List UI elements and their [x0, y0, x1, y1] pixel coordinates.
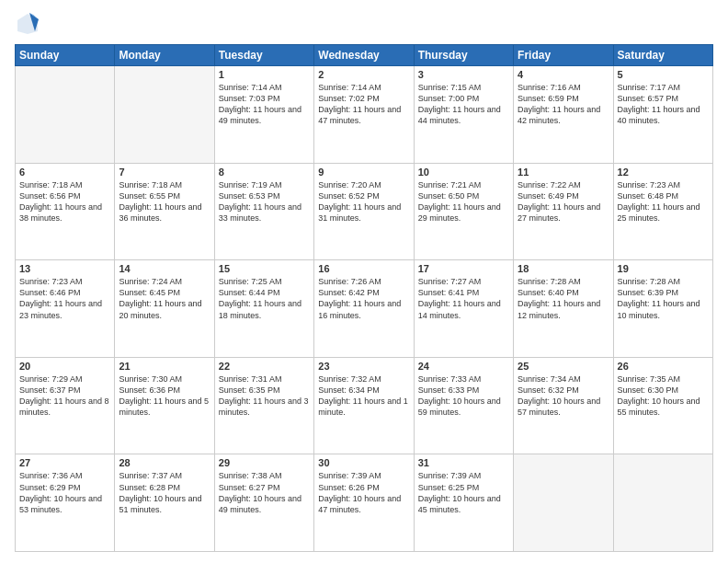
- calendar-table: SundayMondayTuesdayWednesdayThursdayFrid…: [15, 44, 713, 552]
- calendar-day-number: 17: [418, 263, 509, 274]
- calendar-cell-info: Sunrise: 7:14 AMSunset: 7:02 PMDaylight:…: [318, 82, 409, 127]
- calendar-cell: [613, 454, 712, 552]
- calendar-cell: 16Sunrise: 7:26 AMSunset: 6:42 PMDayligh…: [314, 260, 414, 358]
- calendar-cell: 24Sunrise: 7:33 AMSunset: 6:33 PMDayligh…: [414, 357, 513, 454]
- calendar-weekday-header: Saturday: [613, 45, 712, 66]
- calendar-cell: 3Sunrise: 7:15 AMSunset: 7:00 PMDaylight…: [414, 66, 513, 164]
- calendar-cell-info: Sunrise: 7:26 AMSunset: 6:42 PMDaylight:…: [318, 276, 409, 321]
- calendar-day-number: 5: [618, 69, 709, 80]
- calendar-day-number: 9: [318, 167, 409, 178]
- calendar-cell: 11Sunrise: 7:22 AMSunset: 6:49 PMDayligh…: [514, 163, 613, 260]
- calendar-cell: 30Sunrise: 7:39 AMSunset: 6:26 PMDayligh…: [314, 454, 414, 552]
- calendar-cell-info: Sunrise: 7:19 AMSunset: 6:53 PMDaylight:…: [219, 179, 310, 224]
- calendar-day-number: 1: [219, 69, 310, 80]
- calendar-cell: 10Sunrise: 7:21 AMSunset: 6:50 PMDayligh…: [414, 163, 513, 260]
- calendar-cell: 28Sunrise: 7:37 AMSunset: 6:28 PMDayligh…: [115, 454, 214, 552]
- calendar-week-row: 20Sunrise: 7:29 AMSunset: 6:37 PMDayligh…: [16, 357, 713, 454]
- calendar-cell: 26Sunrise: 7:35 AMSunset: 6:30 PMDayligh…: [613, 357, 712, 454]
- calendar-week-row: 6Sunrise: 7:18 AMSunset: 6:56 PMDaylight…: [16, 163, 713, 260]
- calendar-day-number: 15: [219, 263, 310, 274]
- calendar-cell-info: Sunrise: 7:22 AMSunset: 6:49 PMDaylight:…: [518, 179, 609, 224]
- calendar-cell-info: Sunrise: 7:20 AMSunset: 6:52 PMDaylight:…: [318, 179, 409, 224]
- calendar-header-row: SundayMondayTuesdayWednesdayThursdayFrid…: [16, 45, 713, 66]
- calendar-cell-info: Sunrise: 7:14 AMSunset: 7:03 PMDaylight:…: [219, 82, 310, 127]
- calendar-cell-info: Sunrise: 7:18 AMSunset: 6:55 PMDaylight:…: [119, 179, 210, 224]
- calendar-day-number: 12: [618, 167, 709, 178]
- calendar-day-number: 11: [518, 167, 609, 178]
- calendar-cell-info: Sunrise: 7:23 AMSunset: 6:48 PMDaylight:…: [618, 179, 709, 224]
- calendar-day-number: 18: [518, 263, 609, 274]
- calendar-cell: 31Sunrise: 7:39 AMSunset: 6:25 PMDayligh…: [414, 454, 513, 552]
- calendar-day-number: 21: [119, 361, 210, 372]
- page: SundayMondayTuesdayWednesdayThursdayFrid…: [0, 0, 728, 563]
- calendar-week-row: 13Sunrise: 7:23 AMSunset: 6:46 PMDayligh…: [16, 260, 713, 358]
- calendar-cell: 13Sunrise: 7:23 AMSunset: 6:46 PMDayligh…: [16, 260, 115, 358]
- calendar-cell-info: Sunrise: 7:32 AMSunset: 6:34 PMDaylight:…: [318, 373, 409, 419]
- calendar-cell-info: Sunrise: 7:37 AMSunset: 6:28 PMDaylight:…: [119, 470, 210, 515]
- calendar-cell-info: Sunrise: 7:30 AMSunset: 6:36 PMDaylight:…: [119, 373, 210, 419]
- calendar-cell: [115, 66, 214, 164]
- calendar-cell: 9Sunrise: 7:20 AMSunset: 6:52 PMDaylight…: [314, 163, 414, 260]
- calendar-day-number: 23: [318, 361, 409, 372]
- calendar-cell-info: Sunrise: 7:38 AMSunset: 6:27 PMDaylight:…: [219, 470, 310, 515]
- calendar-cell-info: Sunrise: 7:17 AMSunset: 6:57 PMDaylight:…: [618, 82, 709, 127]
- calendar-weekday-header: Thursday: [414, 45, 513, 66]
- calendar-day-number: 30: [318, 457, 409, 468]
- calendar-day-number: 2: [318, 69, 409, 80]
- calendar-day-number: 29: [219, 457, 310, 468]
- calendar-cell: 5Sunrise: 7:17 AMSunset: 6:57 PMDaylight…: [613, 66, 712, 164]
- calendar-cell-info: Sunrise: 7:33 AMSunset: 6:33 PMDaylight:…: [418, 373, 509, 419]
- calendar-cell-info: Sunrise: 7:39 AMSunset: 6:26 PMDaylight:…: [318, 470, 409, 515]
- calendar-day-number: 27: [19, 457, 110, 468]
- calendar-cell: 27Sunrise: 7:36 AMSunset: 6:29 PMDayligh…: [16, 454, 115, 552]
- calendar-cell-info: Sunrise: 7:31 AMSunset: 6:35 PMDaylight:…: [219, 373, 310, 419]
- calendar-day-number: 20: [19, 361, 110, 372]
- calendar-cell: 8Sunrise: 7:19 AMSunset: 6:53 PMDaylight…: [214, 163, 313, 260]
- calendar-cell-info: Sunrise: 7:18 AMSunset: 6:56 PMDaylight:…: [19, 179, 110, 224]
- calendar-day-number: 3: [418, 69, 509, 80]
- calendar-cell-info: Sunrise: 7:28 AMSunset: 6:40 PMDaylight:…: [518, 276, 609, 321]
- calendar-cell-info: Sunrise: 7:28 AMSunset: 6:39 PMDaylight:…: [618, 276, 709, 321]
- calendar-weekday-header: Monday: [115, 45, 214, 66]
- calendar-cell: 17Sunrise: 7:27 AMSunset: 6:41 PMDayligh…: [414, 260, 513, 358]
- calendar-cell-info: Sunrise: 7:27 AMSunset: 6:41 PMDaylight:…: [418, 276, 509, 321]
- calendar-cell-info: Sunrise: 7:21 AMSunset: 6:50 PMDaylight:…: [418, 179, 509, 224]
- calendar-cell: 4Sunrise: 7:16 AMSunset: 6:59 PMDaylight…: [514, 66, 613, 164]
- calendar-day-number: 13: [19, 263, 110, 274]
- calendar-cell-info: Sunrise: 7:25 AMSunset: 6:44 PMDaylight:…: [219, 276, 310, 321]
- calendar-cell-info: Sunrise: 7:39 AMSunset: 6:25 PMDaylight:…: [418, 470, 509, 515]
- calendar-cell: 2Sunrise: 7:14 AMSunset: 7:02 PMDaylight…: [314, 66, 414, 164]
- calendar-cell: 12Sunrise: 7:23 AMSunset: 6:48 PMDayligh…: [613, 163, 712, 260]
- calendar-cell: 21Sunrise: 7:30 AMSunset: 6:36 PMDayligh…: [115, 357, 214, 454]
- calendar-week-row: 1Sunrise: 7:14 AMSunset: 7:03 PMDaylight…: [16, 66, 713, 164]
- calendar-cell: 29Sunrise: 7:38 AMSunset: 6:27 PMDayligh…: [214, 454, 313, 552]
- calendar-day-number: 4: [518, 69, 609, 80]
- calendar-weekday-header: Friday: [514, 45, 613, 66]
- calendar-cell-info: Sunrise: 7:23 AMSunset: 6:46 PMDaylight:…: [19, 276, 110, 321]
- calendar-day-number: 14: [119, 263, 210, 274]
- calendar-cell: 1Sunrise: 7:14 AMSunset: 7:03 PMDaylight…: [214, 66, 313, 164]
- calendar-cell-info: Sunrise: 7:29 AMSunset: 6:37 PMDaylight:…: [19, 373, 110, 419]
- calendar-cell-info: Sunrise: 7:36 AMSunset: 6:29 PMDaylight:…: [19, 470, 110, 515]
- calendar-day-number: 25: [518, 361, 609, 372]
- header: [15, 11, 713, 37]
- calendar-day-number: 22: [219, 361, 310, 372]
- calendar-cell: 19Sunrise: 7:28 AMSunset: 6:39 PMDayligh…: [613, 260, 712, 358]
- calendar-day-number: 28: [119, 457, 210, 468]
- calendar-day-number: 10: [418, 167, 509, 178]
- calendar-cell: 14Sunrise: 7:24 AMSunset: 6:45 PMDayligh…: [115, 260, 214, 358]
- calendar-weekday-header: Wednesday: [314, 45, 414, 66]
- calendar-cell: 15Sunrise: 7:25 AMSunset: 6:44 PMDayligh…: [214, 260, 313, 358]
- calendar-day-number: 16: [318, 263, 409, 274]
- calendar-cell-info: Sunrise: 7:15 AMSunset: 7:00 PMDaylight:…: [418, 82, 509, 127]
- calendar-cell-info: Sunrise: 7:16 AMSunset: 6:59 PMDaylight:…: [518, 82, 609, 127]
- calendar-day-number: 24: [418, 361, 509, 372]
- calendar-day-number: 6: [19, 167, 110, 178]
- calendar-cell: 7Sunrise: 7:18 AMSunset: 6:55 PMDaylight…: [115, 163, 214, 260]
- logo: [15, 11, 44, 37]
- calendar-day-number: 26: [618, 361, 709, 372]
- calendar-weekday-header: Sunday: [16, 45, 115, 66]
- calendar-cell: 23Sunrise: 7:32 AMSunset: 6:34 PMDayligh…: [314, 357, 414, 454]
- calendar-cell: 20Sunrise: 7:29 AMSunset: 6:37 PMDayligh…: [16, 357, 115, 454]
- calendar-day-number: 31: [418, 457, 509, 468]
